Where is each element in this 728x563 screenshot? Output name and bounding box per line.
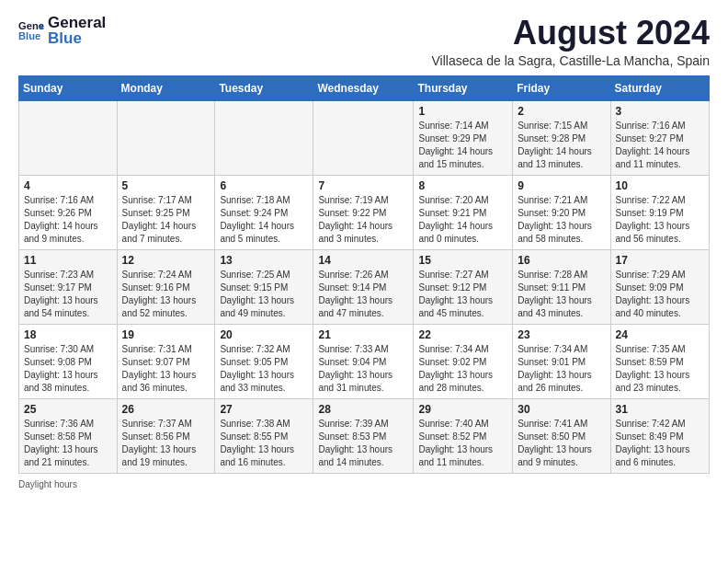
day-number: 12: [122, 254, 210, 267]
day-info: Sunrise: 7:34 AMSunset: 9:01 PMDaylight:…: [518, 343, 605, 395]
logo: General Blue General Blue: [18, 15, 106, 46]
logo-line2: Blue: [48, 30, 82, 46]
calendar-cell: 30Sunrise: 7:41 AMSunset: 8:50 PMDayligh…: [513, 398, 610, 473]
day-info: Sunrise: 7:36 AMSunset: 8:58 PMDaylight:…: [24, 418, 112, 469]
day-info: Sunrise: 7:37 AMSunset: 8:56 PMDaylight:…: [122, 418, 210, 469]
calendar-cell: 27Sunrise: 7:38 AMSunset: 8:55 PMDayligh…: [215, 398, 313, 473]
day-number: 18: [24, 328, 112, 341]
day-info: Sunrise: 7:20 AMSunset: 9:21 PMDaylight:…: [418, 194, 507, 246]
col-wednesday: Wednesday: [313, 75, 414, 100]
day-number: 20: [220, 328, 308, 341]
week-row-1: 1Sunrise: 7:14 AMSunset: 9:29 PMDaylight…: [19, 100, 710, 175]
calendar-cell: 10Sunrise: 7:22 AMSunset: 9:19 PMDayligh…: [610, 175, 709, 249]
day-number: 31: [616, 403, 704, 416]
page: General Blue General Blue August 2024 Vi…: [0, 0, 728, 563]
day-info: Sunrise: 7:35 AMSunset: 8:59 PMDaylight:…: [616, 343, 704, 395]
day-info: Sunrise: 7:34 AMSunset: 9:02 PMDaylight:…: [418, 343, 507, 395]
calendar-cell: 8Sunrise: 7:20 AMSunset: 9:21 PMDaylight…: [414, 175, 513, 249]
day-info: Sunrise: 7:22 AMSunset: 9:19 PMDaylight:…: [616, 194, 704, 246]
calendar-cell: 16Sunrise: 7:28 AMSunset: 9:11 PMDayligh…: [513, 249, 610, 324]
day-number: 14: [318, 254, 408, 267]
day-info: Sunrise: 7:23 AMSunset: 9:17 PMDaylight:…: [24, 269, 112, 320]
day-info: Sunrise: 7:39 AMSunset: 8:53 PMDaylight:…: [318, 418, 408, 469]
day-info: Sunrise: 7:26 AMSunset: 9:14 PMDaylight:…: [318, 269, 408, 320]
day-info: Sunrise: 7:30 AMSunset: 9:08 PMDaylight:…: [24, 343, 112, 395]
calendar-cell: 3Sunrise: 7:16 AMSunset: 9:27 PMDaylight…: [610, 100, 709, 175]
svg-text:General: General: [18, 20, 44, 31]
calendar-cell: 28Sunrise: 7:39 AMSunset: 8:53 PMDayligh…: [313, 398, 414, 473]
day-info: Sunrise: 7:38 AMSunset: 8:55 PMDaylight:…: [220, 418, 308, 469]
day-info: Sunrise: 7:24 AMSunset: 9:16 PMDaylight:…: [122, 269, 210, 320]
calendar-cell: 19Sunrise: 7:31 AMSunset: 9:07 PMDayligh…: [117, 324, 215, 398]
calendar-body: 1Sunrise: 7:14 AMSunset: 9:29 PMDaylight…: [19, 100, 710, 473]
day-info: Sunrise: 7:33 AMSunset: 9:04 PMDaylight:…: [318, 343, 408, 395]
day-info: Sunrise: 7:16 AMSunset: 9:27 PMDaylight:…: [616, 120, 704, 171]
col-thursday: Thursday: [414, 75, 513, 100]
week-row-5: 25Sunrise: 7:36 AMSunset: 8:58 PMDayligh…: [19, 398, 710, 473]
day-number: 5: [122, 179, 210, 192]
day-number: 17: [616, 254, 704, 267]
day-info: Sunrise: 7:27 AMSunset: 9:12 PMDaylight:…: [418, 269, 507, 320]
calendar-cell: [19, 100, 118, 175]
calendar-cell: 20Sunrise: 7:32 AMSunset: 9:05 PMDayligh…: [215, 324, 313, 398]
calendar-cell: 18Sunrise: 7:30 AMSunset: 9:08 PMDayligh…: [19, 324, 118, 398]
calendar-cell: 7Sunrise: 7:19 AMSunset: 9:22 PMDaylight…: [313, 175, 414, 249]
day-number: 25: [24, 403, 112, 416]
day-number: 30: [518, 403, 605, 416]
footer-note: Daylight hours: [18, 479, 710, 489]
day-number: 4: [24, 179, 112, 192]
subtitle: Villaseca de la Sagra, Castille-La Manch…: [432, 53, 710, 68]
day-number: 7: [318, 179, 408, 192]
header: General Blue General Blue August 2024 Vi…: [18, 15, 710, 68]
day-info: Sunrise: 7:42 AMSunset: 8:49 PMDaylight:…: [616, 418, 704, 469]
day-number: 26: [122, 403, 210, 416]
day-number: 19: [122, 328, 210, 341]
calendar-cell: 12Sunrise: 7:24 AMSunset: 9:16 PMDayligh…: [117, 249, 215, 324]
week-row-3: 11Sunrise: 7:23 AMSunset: 9:17 PMDayligh…: [19, 249, 710, 324]
calendar-cell: [117, 100, 215, 175]
day-number: 27: [220, 403, 308, 416]
calendar-header: Sunday Monday Tuesday Wednesday Thursday…: [19, 75, 710, 100]
day-number: 21: [318, 328, 408, 341]
day-info: Sunrise: 7:28 AMSunset: 9:11 PMDaylight:…: [518, 269, 605, 320]
calendar-cell: 25Sunrise: 7:36 AMSunset: 8:58 PMDayligh…: [19, 398, 118, 473]
day-info: Sunrise: 7:19 AMSunset: 9:22 PMDaylight:…: [318, 194, 408, 246]
day-info: Sunrise: 7:21 AMSunset: 9:20 PMDaylight:…: [518, 194, 605, 246]
day-number: 10: [616, 179, 704, 192]
day-number: 23: [518, 328, 605, 341]
calendar-cell: 21Sunrise: 7:33 AMSunset: 9:04 PMDayligh…: [313, 324, 414, 398]
day-info: Sunrise: 7:14 AMSunset: 9:29 PMDaylight:…: [418, 120, 507, 171]
calendar-cell: 22Sunrise: 7:34 AMSunset: 9:02 PMDayligh…: [414, 324, 513, 398]
calendar-cell: 23Sunrise: 7:34 AMSunset: 9:01 PMDayligh…: [513, 324, 610, 398]
day-number: 28: [318, 403, 408, 416]
calendar-cell: [215, 100, 313, 175]
day-number: 24: [616, 328, 704, 341]
calendar-cell: 26Sunrise: 7:37 AMSunset: 8:56 PMDayligh…: [117, 398, 215, 473]
calendar-cell: 14Sunrise: 7:26 AMSunset: 9:14 PMDayligh…: [313, 249, 414, 324]
col-monday: Monday: [117, 75, 215, 100]
col-friday: Friday: [513, 75, 610, 100]
logo-text-block: General Blue: [48, 15, 106, 46]
calendar-cell: 11Sunrise: 7:23 AMSunset: 9:17 PMDayligh…: [19, 249, 118, 324]
day-info: Sunrise: 7:18 AMSunset: 9:24 PMDaylight:…: [220, 194, 308, 246]
day-info: Sunrise: 7:25 AMSunset: 9:15 PMDaylight:…: [220, 269, 308, 320]
day-number: 16: [518, 254, 605, 267]
day-info: Sunrise: 7:31 AMSunset: 9:07 PMDaylight:…: [122, 343, 210, 395]
calendar-cell: 6Sunrise: 7:18 AMSunset: 9:24 PMDaylight…: [215, 175, 313, 249]
calendar-cell: 31Sunrise: 7:42 AMSunset: 8:49 PMDayligh…: [610, 398, 709, 473]
calendar-cell: 5Sunrise: 7:17 AMSunset: 9:25 PMDaylight…: [117, 175, 215, 249]
day-number: 1: [418, 105, 507, 118]
day-number: 11: [24, 254, 112, 267]
calendar-table: Sunday Monday Tuesday Wednesday Thursday…: [18, 75, 710, 474]
week-row-2: 4Sunrise: 7:16 AMSunset: 9:26 PMDaylight…: [19, 175, 710, 249]
calendar-cell: 17Sunrise: 7:29 AMSunset: 9:09 PMDayligh…: [610, 249, 709, 324]
day-info: Sunrise: 7:40 AMSunset: 8:52 PMDaylight:…: [418, 418, 507, 469]
calendar-cell: 13Sunrise: 7:25 AMSunset: 9:15 PMDayligh…: [215, 249, 313, 324]
day-number: 29: [418, 403, 507, 416]
col-sunday: Sunday: [19, 75, 118, 100]
calendar-cell: 2Sunrise: 7:15 AMSunset: 9:28 PMDaylight…: [513, 100, 610, 175]
main-title: August 2024: [432, 15, 710, 52]
day-number: 8: [418, 179, 507, 192]
day-number: 2: [518, 105, 605, 118]
day-number: 3: [616, 105, 704, 118]
